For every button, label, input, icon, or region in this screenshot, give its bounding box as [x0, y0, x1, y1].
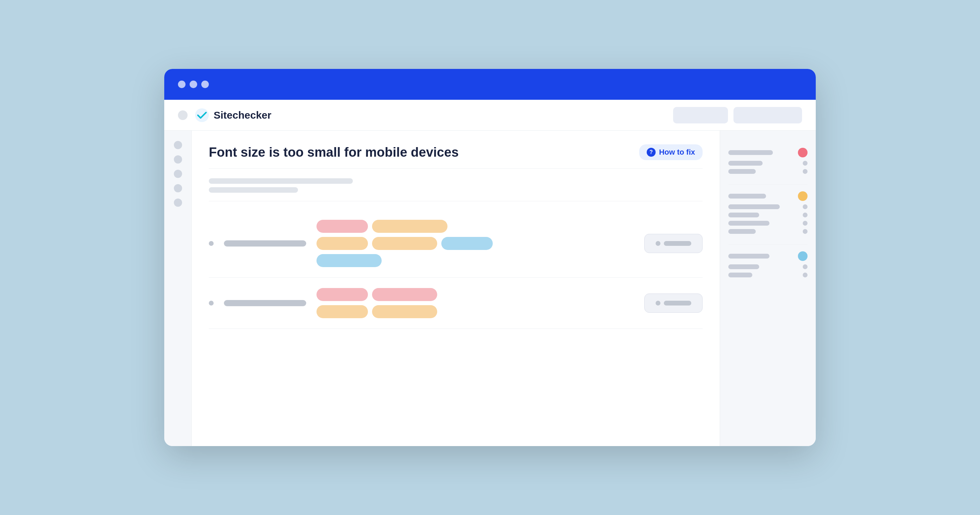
- browser-body: Font size is too small for mobile device…: [164, 130, 816, 446]
- rs-dot-2-2: [803, 213, 808, 218]
- tags-row-2-2: [317, 305, 634, 318]
- right-sidebar: [720, 130, 816, 446]
- tag-peach-4: [317, 305, 368, 318]
- row-label-2: [224, 300, 306, 306]
- rs-dot-2-4: [803, 229, 808, 234]
- panel-title: Font size is too small for mobile device…: [209, 145, 632, 160]
- rs-bar-3-3: [728, 273, 752, 277]
- subtitle-bar-2-wrap: [209, 187, 703, 193]
- main-content: Font size is too small for mobile device…: [192, 130, 720, 446]
- tags-area-2: [317, 288, 634, 318]
- browser-toolbar: Sitechecker: [164, 100, 816, 130]
- toolbar-button-2[interactable]: [733, 107, 802, 124]
- rs-row-3-1: [728, 251, 808, 261]
- rs-row-3-3: [728, 273, 808, 277]
- traffic-lights: [178, 81, 209, 88]
- sidebar-dot-4[interactable]: [174, 184, 182, 192]
- rs-dot-1-2: [803, 169, 808, 174]
- question-icon: ?: [647, 148, 655, 157]
- rs-dot-1-1: [803, 161, 808, 165]
- tags-row-1-1: [317, 220, 634, 233]
- tag-blue-2: [317, 254, 382, 267]
- rs-row-1-1: [728, 148, 808, 157]
- action-button-2[interactable]: [644, 294, 703, 313]
- subtitle-bar-1: [209, 178, 353, 184]
- data-row-1: [209, 210, 703, 278]
- action-btn-dot-1: [655, 241, 660, 246]
- tag-peach-2: [317, 237, 368, 250]
- tag-pink-3: [317, 288, 368, 301]
- rs-bar-2-5: [728, 229, 756, 234]
- traffic-light-1[interactable]: [178, 81, 186, 88]
- sidebar-dot-5[interactable]: [174, 199, 182, 207]
- sidebar-dot-1[interactable]: [174, 141, 182, 149]
- subtitle-area: [209, 178, 703, 184]
- rs-row-2-3: [728, 213, 808, 218]
- logo-text: Sitechecker: [214, 110, 271, 121]
- rs-bar-2-1: [728, 194, 766, 199]
- how-to-fix-button[interactable]: ? How to fix: [639, 145, 703, 160]
- rs-row-1-3: [728, 169, 808, 174]
- row-indicator-1: [209, 241, 214, 246]
- rs-bar-3-2: [728, 264, 759, 269]
- rs-bar-3-1: [728, 254, 770, 259]
- panel-header: Font size is too small for mobile device…: [209, 145, 703, 169]
- sidebar-dot-2[interactable]: [174, 155, 182, 164]
- rs-section-3: [728, 245, 808, 288]
- rs-bar-1-2: [728, 161, 763, 165]
- rs-dot-3-2: [803, 273, 808, 277]
- action-button-1[interactable]: [644, 234, 703, 253]
- rs-bar-2-3: [728, 213, 759, 218]
- data-row-2: [209, 278, 703, 329]
- browser-titlebar: [164, 69, 816, 100]
- tags-row-2-1: [317, 288, 634, 301]
- tags-area-1: [317, 220, 634, 267]
- rs-badge-orange-1: [798, 191, 808, 201]
- tag-peach-1: [372, 220, 447, 233]
- tag-blue-1: [441, 237, 493, 250]
- browser-circle: [178, 110, 188, 120]
- logo-area: Sitechecker: [194, 108, 666, 123]
- rs-dot-2-3: [803, 221, 808, 226]
- rs-section-1: [728, 141, 808, 184]
- rs-dot-2-1: [803, 204, 808, 209]
- rs-bar-2-2: [728, 204, 780, 209]
- subtitle-bar-2: [209, 187, 298, 193]
- divider-1: [209, 201, 703, 201]
- tags-row-1-3: [317, 254, 634, 267]
- tag-peach-3: [372, 237, 437, 250]
- tags-row-1-2: [317, 237, 634, 250]
- rs-row-2-1: [728, 191, 808, 201]
- rs-badge-blue-1: [798, 251, 808, 261]
- rs-bar-2-4: [728, 221, 770, 226]
- rs-section-2: [728, 184, 808, 245]
- browser-window: Sitechecker Font size is too small for m…: [164, 69, 816, 446]
- toolbar-buttons: [673, 107, 802, 124]
- rs-row-2-5: [728, 229, 808, 234]
- traffic-light-2[interactable]: [189, 81, 197, 88]
- tag-pink-1: [317, 220, 368, 233]
- action-btn-dot-2: [655, 301, 660, 305]
- traffic-light-3[interactable]: [201, 81, 209, 88]
- action-btn-bar-2: [664, 301, 691, 305]
- rs-row-1-2: [728, 161, 808, 165]
- row-label-1: [224, 240, 306, 246]
- tag-pink-4: [372, 288, 437, 301]
- rs-badge-red-1: [798, 148, 808, 157]
- toolbar-button-1[interactable]: [673, 107, 728, 124]
- rs-dot-3-1: [803, 264, 808, 269]
- rs-bar-1-3: [728, 169, 756, 174]
- sidebar-dot-3[interactable]: [174, 170, 182, 178]
- left-sidebar: [164, 130, 192, 446]
- rs-bar-1-1: [728, 150, 773, 155]
- rs-row-3-2: [728, 264, 808, 269]
- tag-peach-5: [372, 305, 437, 318]
- logo-icon: [194, 108, 210, 123]
- rs-row-2-2: [728, 204, 808, 209]
- how-to-fix-label: How to fix: [659, 148, 695, 157]
- row-indicator-2: [209, 301, 214, 305]
- rs-row-2-4: [728, 221, 808, 226]
- action-btn-bar-1: [664, 241, 691, 246]
